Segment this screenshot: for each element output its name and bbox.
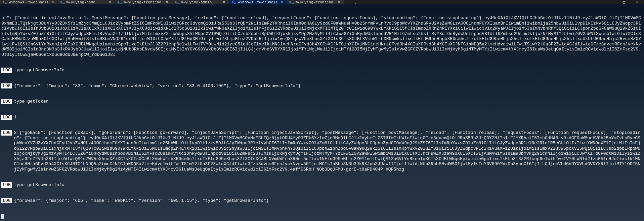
- tab-powershell-2[interactable]: >_ Windows PowerShell ×: [229, 0, 287, 4]
- tab-admin[interactable]: >_ m-yuying-admin ×: [172, 0, 229, 4]
- close-icon[interactable]: ×: [280, 0, 284, 4]
- powershell-icon: >_: [118, 0, 122, 4]
- log-text: 1: [14, 115, 643, 120]
- tab-label: m-yuying-frontend: [296, 0, 333, 4]
- log-badge: LOG: [1, 83, 12, 89]
- tab-powershell-1[interactable]: >_ Windows PowerShell ×: [0, 0, 58, 4]
- tab-frontend-2[interactable]: >_ m-yuying-frontend ×: [287, 0, 344, 4]
- log-badge: LOG: [1, 99, 12, 104]
- log-text: type getBrowserInfo: [14, 182, 643, 188]
- tab-node[interactable]: >_ m-yuying-node ×: [58, 0, 115, 4]
- log-line-6: LOGtype getBrowserInfo: [1, 182, 643, 188]
- powershell-icon: >_: [175, 0, 179, 4]
- close-icon[interactable]: ×: [165, 0, 169, 4]
- log-text: type getBrowserInfo: [14, 68, 643, 73]
- log-line-3: LOGtype getToken: [1, 99, 643, 104]
- log-badge: LOG: [1, 198, 12, 204]
- window-controls: ─ ▢ ×: [604, 0, 644, 4]
- log-line-4: LOG1: [1, 115, 643, 120]
- log-line-1: LOGtype getBrowserInfo: [1, 68, 643, 73]
- tab-label: m-yuying-admin: [181, 0, 212, 4]
- powershell-icon: >_: [3, 0, 7, 4]
- powershell-icon: >_: [290, 0, 294, 4]
- log-line-2: LOG{"browser": {"major": "83", "name": "…: [1, 83, 643, 89]
- log-text: type getToken: [14, 99, 643, 104]
- log-badge: LOG: [1, 130, 12, 136]
- tab-label: m-yuying-node: [67, 0, 95, 4]
- new-tab-button[interactable]: +: [344, 0, 352, 4]
- titlebar: >_ Windows PowerShell × >_ m-yuying-node…: [0, 0, 644, 4]
- tab-dropdown-button[interactable]: ⌄: [352, 0, 359, 4]
- terminal-output[interactable]: pt": [Function injectJavaScript], "postM…: [0, 4, 644, 221]
- tab-bar: >_ Windows PowerShell × >_ m-yuying-node…: [0, 0, 359, 4]
- close-icon[interactable]: ×: [337, 0, 341, 4]
- powershell-icon: >_: [60, 0, 65, 4]
- powershell-icon: >_: [232, 0, 236, 4]
- close-button[interactable]: ×: [631, 0, 644, 4]
- log-badge: LOG: [1, 68, 12, 73]
- tab-label: m-yuying-frontend: [124, 0, 161, 4]
- log-badge: LOG: [1, 115, 12, 120]
- close-icon[interactable]: ×: [108, 0, 112, 4]
- cursor-line: [1, 214, 643, 219]
- log-text: {"browser": {"major": "605", "name": "We…: [14, 198, 643, 204]
- tab-label: Windows PowerShell: [238, 0, 278, 4]
- minimize-button[interactable]: ─: [604, 0, 617, 4]
- log-line-7: LOG{"browser": {"major": "605", "name": …: [1, 198, 643, 204]
- tab-label: Windows PowerShell: [9, 0, 49, 4]
- tab-frontend-1[interactable]: >_ m-yuying-frontend ×: [115, 0, 172, 4]
- log-badge: LOG: [1, 182, 12, 188]
- close-icon[interactable]: ×: [222, 0, 226, 4]
- log-text: 2 {"goBack": [Function goBack], "goForwa…: [14, 130, 643, 172]
- terminal-text-block-1: pt": [Function injectJavaScript], "postM…: [1, 15, 643, 57]
- terminal-cursor: [1, 214, 4, 219]
- log-text: {"browser": {"major": "83", "name": "Chr…: [14, 83, 643, 89]
- close-icon[interactable]: ×: [51, 0, 55, 4]
- log-line-5: LOG2 {"goBack": [Function goBack], "goFo…: [1, 130, 643, 172]
- maximize-button[interactable]: ▢: [617, 0, 631, 4]
